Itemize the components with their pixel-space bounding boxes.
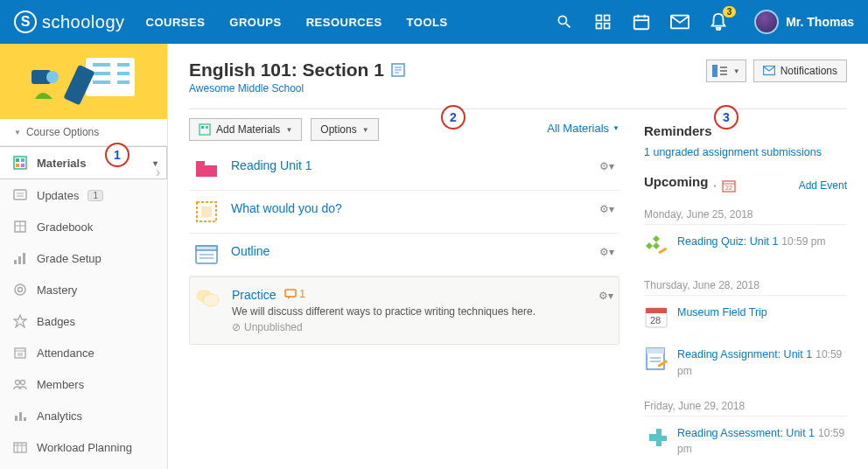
svg-rect-71 <box>285 290 296 297</box>
sidebar-item-attendance[interactable]: Attendance <box>0 337 167 368</box>
discussion-count: 1 <box>284 288 305 300</box>
school-link[interactable]: Awesome Middle School <box>189 82 304 94</box>
unpublished-icon: ⊘ <box>232 321 241 333</box>
sidebar-item-badges[interactable]: Badges <box>0 305 167 337</box>
material-assignment[interactable]: What would you do? ⚙▾ <box>189 191 620 234</box>
nav-icon-tray: 3 Mr. Thomas <box>555 10 854 34</box>
options-button[interactable]: Options ▼ <box>311 118 378 141</box>
brand-name: schoology <box>42 12 125 32</box>
annotation-2: 2 <box>441 105 466 130</box>
day-label: Thursday, June 28, 2018 <box>644 279 847 296</box>
sidebar-item-label: Badges <box>37 315 75 328</box>
sidebar-item-gradebook[interactable]: Gradebook <box>0 211 167 242</box>
sidebar-item-members[interactable]: Members <box>0 368 167 400</box>
gear-icon[interactable]: ⚙▾ <box>599 203 614 215</box>
materials-column: Add Materials ▼ Options ▼ All Materials … <box>189 118 620 466</box>
nav-courses[interactable]: COURSES <box>146 16 206 29</box>
material-link[interactable]: Practice <box>232 288 276 302</box>
upcoming-event[interactable]: Reading Quiz: Unit 110:59 pm <box>644 225 847 267</box>
day-label: Monday, June 25, 2018 <box>644 208 847 225</box>
material-folder[interactable]: Reading Unit 1 ⚙▾ <box>189 148 620 191</box>
sidebar-item-label: Analytics <box>37 410 82 423</box>
notifications-button-label: Notifications <box>780 65 837 77</box>
members-icon <box>12 376 28 392</box>
view-toggle-button[interactable]: ▼ <box>706 60 746 82</box>
upcoming-event[interactable]: Reading Assignment: Unit 110:59 pm <box>644 338 847 388</box>
sidebar-item-mastery[interactable]: Mastery <box>0 274 167 305</box>
mail-icon <box>763 66 775 76</box>
upcoming-heading: Upcoming <box>644 174 708 189</box>
main-content: › English 101: Section 1 Awesome Middle … <box>168 44 868 469</box>
bell-icon[interactable]: 3 <box>709 12 728 32</box>
user-menu[interactable]: Mr. Thomas <box>754 10 854 34</box>
svg-rect-2 <box>597 24 602 29</box>
schoology-logo-icon: S <box>14 10 37 33</box>
sidebar-item-analytics[interactable]: Analytics <box>0 400 167 431</box>
svg-rect-78 <box>646 308 667 313</box>
sidebar-item-label: Materials <box>37 157 86 170</box>
day-label: Friday, June 29, 2018 <box>644 400 847 416</box>
sidebar-item-updates[interactable]: Updates 1 <box>0 179 167 211</box>
notifications-button[interactable]: Notifications <box>753 60 847 82</box>
svg-rect-46 <box>14 443 26 452</box>
reminder-link[interactable]: 1 ungraded assignment submissions <box>644 146 822 158</box>
add-event-link[interactable]: Add Event <box>799 179 847 192</box>
svg-text:22: 22 <box>725 185 732 191</box>
nav-resources[interactable]: RESOURCES <box>306 16 382 29</box>
svg-point-19 <box>46 71 59 83</box>
badges-icon <box>12 313 28 329</box>
material-link[interactable]: What would you do? <box>231 201 342 215</box>
attendance-icon <box>12 345 28 360</box>
event-link[interactable]: Reading Quiz: Unit 1 <box>677 235 778 248</box>
apps-icon[interactable] <box>593 12 612 32</box>
top-navbar: S schoology COURSES GROUPS RESOURCES TOO… <box>0 0 868 44</box>
sidebar-item-grade-setup[interactable]: Grade Setup <box>0 242 167 274</box>
assessment-icon <box>644 425 668 450</box>
course-options-label: Course Options <box>26 126 99 138</box>
search-icon[interactable] <box>555 12 574 32</box>
sidebar-nav-list: Materials Updates 1 Gradebook Grade Setu… <box>0 146 167 463</box>
upcoming-event[interactable]: 28 Museum Field Trip <box>644 296 847 338</box>
nav-groups[interactable]: GROUPS <box>229 16 281 29</box>
left-sidebar: ▼ Course Options Materials Updates 1 Gra… <box>0 44 168 469</box>
event-link[interactable]: Reading Assessment: Unit 1 <box>677 427 815 439</box>
svg-marker-36 <box>14 315 26 327</box>
svg-rect-33 <box>23 253 25 264</box>
mail-icon[interactable] <box>670 12 690 32</box>
avatar-icon <box>754 10 779 34</box>
event-link[interactable]: Museum Field Trip <box>677 306 767 318</box>
sidebar-item-workload-planning[interactable]: Workload Planning <box>0 431 167 463</box>
nav-tools[interactable]: TOOLS <box>407 16 448 29</box>
sidebar-item-label: Grade Setup <box>37 252 102 265</box>
svg-rect-81 <box>647 348 664 354</box>
sidebar-item-label: Workload Planning <box>37 441 132 454</box>
course-info-icon[interactable] <box>391 63 405 77</box>
gradebook-icon <box>12 219 28 234</box>
updates-icon <box>12 187 28 203</box>
calendar-icon[interactable]: 22 <box>722 178 736 192</box>
material-link[interactable]: Outline <box>231 244 270 258</box>
gear-icon[interactable]: ⚙▾ <box>598 290 613 302</box>
folder-icon <box>194 158 219 179</box>
gear-icon[interactable]: ⚙▾ <box>599 246 614 258</box>
svg-rect-24 <box>21 164 24 167</box>
sidebar-item-label: Members <box>37 378 84 391</box>
svg-rect-32 <box>18 256 21 264</box>
sidebar-item-materials[interactable]: Materials <box>0 146 167 179</box>
material-link[interactable]: Reading Unit 1 <box>231 158 312 172</box>
user-name: Mr. Thomas <box>786 15 854 29</box>
all-materials-filter[interactable]: All Materials ▼ <box>547 122 620 135</box>
calendar-icon[interactable] <box>632 12 651 32</box>
gear-icon[interactable]: ⚙▾ <box>599 160 614 172</box>
brand-logo[interactable]: S schoology <box>14 10 125 33</box>
upcoming-event[interactable]: Reading Assessment: Unit 110:59 pm <box>644 416 847 466</box>
event-link[interactable]: Reading Assignment: Unit 1 <box>677 348 812 360</box>
add-materials-button[interactable]: Add Materials ▼ <box>189 118 302 141</box>
course-options-dropdown[interactable]: ▼ Course Options <box>0 119 167 146</box>
svg-rect-1 <box>605 16 610 21</box>
sidebar-item-label: Mastery <box>37 284 77 297</box>
add-materials-label: Add Materials <box>216 123 280 136</box>
chevron-right-icon[interactable]: › <box>156 164 160 180</box>
material-discussion[interactable]: Practice 1 We will discuss different way… <box>189 276 620 345</box>
material-page[interactable]: Outline ⚙▾ <box>189 234 620 276</box>
